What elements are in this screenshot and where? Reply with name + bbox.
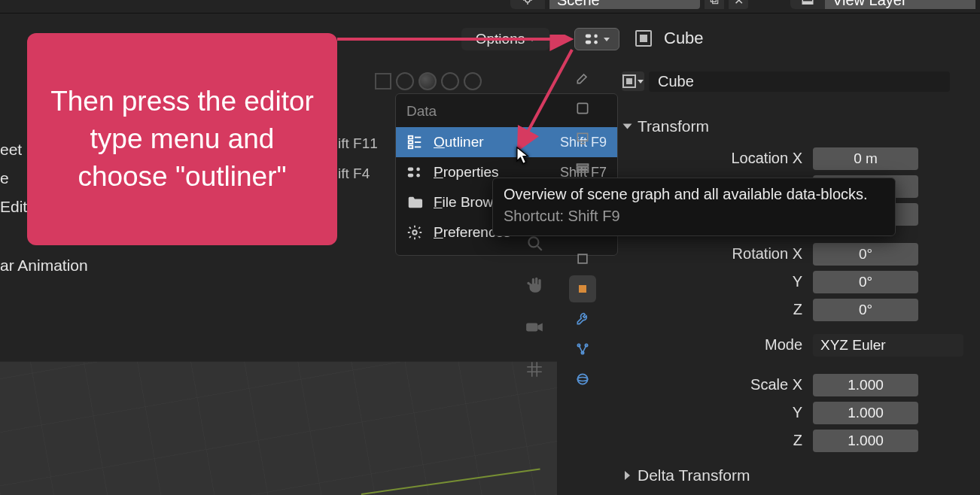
datablock-row: Cube <box>622 71 950 92</box>
delta-transform-header[interactable]: Delta Transform <box>619 462 977 489</box>
gear-icon <box>406 224 423 241</box>
shading-rendered-icon[interactable] <box>464 72 482 90</box>
svg-rect-1 <box>711 0 716 2</box>
chevron-down-icon <box>604 38 610 41</box>
svg-rect-16 <box>408 168 413 172</box>
grid-icon[interactable] <box>525 360 544 379</box>
annotation-text: Then press the editor type menu and choo… <box>47 83 318 196</box>
properties-icon <box>406 164 423 181</box>
tab-modifiers[interactable] <box>569 305 596 333</box>
camera-icon[interactable] <box>525 317 544 337</box>
scale-z-field[interactable]: 1.000 <box>813 430 918 452</box>
svg-rect-31 <box>578 254 587 263</box>
shading-solid-icon[interactable] <box>418 72 437 90</box>
svg-rect-5 <box>802 3 813 5</box>
scene-count-button[interactable] <box>705 0 724 9</box>
scale-group: Scale X1.000 Y1.000 Z1.000 <box>619 371 977 454</box>
view-layer-icon <box>790 0 825 9</box>
datablock-name-label: Cube <box>658 73 694 90</box>
svg-rect-11 <box>409 141 413 144</box>
svg-point-20 <box>412 230 417 235</box>
svg-rect-12 <box>409 146 413 149</box>
scene-name-label: Scene <box>557 0 600 9</box>
mesh-icon <box>622 74 636 88</box>
object-header: Cube <box>635 27 704 50</box>
chevron-down-icon <box>638 80 644 84</box>
hand-icon[interactable] <box>525 275 544 295</box>
viewport-floor <box>0 361 557 495</box>
svg-rect-10 <box>409 136 413 139</box>
rotation-mode-row: Mode XYZ Euler <box>619 331 977 359</box>
tab-particles[interactable] <box>569 336 596 363</box>
svg-rect-32 <box>579 285 586 293</box>
properties-icon <box>584 33 601 45</box>
chevron-down-icon <box>529 38 535 41</box>
transform-label: Transform <box>638 117 709 135</box>
scale-y-field[interactable]: 1.000 <box>813 402 918 424</box>
svg-line-22 <box>537 246 541 250</box>
svg-point-37 <box>577 378 587 381</box>
scale-y-label: Y <box>619 404 813 421</box>
svg-point-21 <box>528 237 538 247</box>
mouse-cursor <box>516 147 530 165</box>
svg-point-0 <box>525 0 530 2</box>
rotation-y-label: Y <box>619 273 813 290</box>
options-dropdown[interactable]: Options <box>461 28 549 50</box>
transform-header[interactable]: Transform <box>619 113 977 140</box>
tooltip-text: Overview of scene graph and all availabl… <box>504 186 884 203</box>
annotation-callout: Then press the editor type menu and choo… <box>27 33 337 245</box>
rotation-x-label: Rotation X <box>619 245 813 263</box>
svg-rect-4 <box>802 0 813 2</box>
editor-type-button[interactable] <box>574 28 619 50</box>
rotation-group: Rotation X0° Y0° Z0° <box>619 240 977 323</box>
rotation-z-field[interactable]: 0° <box>813 299 918 321</box>
object-name-label: Cube <box>664 29 704 48</box>
rotation-mode-dropdown[interactable]: XYZ Euler <box>813 334 963 357</box>
tab-collection[interactable] <box>569 245 596 272</box>
shading-mode-group <box>375 71 482 92</box>
datablock-name-field[interactable]: Cube <box>649 71 950 92</box>
frag-nla: ar Animation <box>0 257 88 275</box>
scale-x-field[interactable]: 1.000 <box>813 374 918 396</box>
rotation-x-field[interactable]: 0° <box>813 243 918 266</box>
tooltip-shortcut: Shortcut: Shift F9 <box>504 208 884 225</box>
tab-render[interactable] <box>569 95 596 122</box>
rotation-y-field[interactable]: 0° <box>813 271 918 293</box>
menu-item-label: Properties <box>434 164 499 181</box>
svg-rect-24 <box>577 103 587 113</box>
rotation-z-label: Z <box>619 301 813 318</box>
view-layer-name-label: View Layer <box>832 0 907 9</box>
tab-tool[interactable] <box>569 65 596 92</box>
top-header: Scene ✕ View Layer <box>0 0 980 14</box>
view-layer-name-field[interactable]: View Layer <box>825 0 975 9</box>
view-layer-selector[interactable]: View Layer <box>790 0 975 9</box>
outliner-icon <box>406 134 423 150</box>
svg-point-9 <box>594 41 598 44</box>
scene-delete-button[interactable]: ✕ <box>729 0 748 9</box>
options-label: Options <box>476 31 525 47</box>
mode-label: Mode <box>619 336 813 354</box>
tab-object[interactable] <box>569 275 596 302</box>
svg-rect-28 <box>577 171 589 173</box>
tooltip-outliner: Overview of scene graph and all availabl… <box>492 178 896 236</box>
folder-icon <box>406 194 423 211</box>
location-x-field[interactable]: 0 m <box>813 147 918 170</box>
triangle-right-icon <box>625 471 630 480</box>
frag-shortcut-f11: ift F11 <box>338 135 378 152</box>
overlay-toggle-icon[interactable] <box>375 73 391 90</box>
menu-item-label: Outliner <box>434 134 484 150</box>
shading-matprev-icon[interactable] <box>441 72 459 90</box>
svg-rect-6 <box>586 35 591 38</box>
properties-panel: Transform Location X0 m Ym Zm Rotation X… <box>619 113 977 489</box>
scene-name-field[interactable]: Scene <box>549 0 700 9</box>
scene-icon <box>510 0 545 9</box>
scene-selector[interactable]: Scene ✕ <box>510 0 748 9</box>
svg-rect-26 <box>577 164 589 166</box>
datablock-type-dropdown[interactable] <box>622 71 644 91</box>
tab-output[interactable] <box>569 125 596 152</box>
shading-wire-icon[interactable] <box>396 72 414 90</box>
triangle-down-icon <box>623 124 632 129</box>
object-icon <box>635 30 652 47</box>
svg-rect-25 <box>577 133 587 141</box>
tab-physics[interactable] <box>569 366 596 393</box>
